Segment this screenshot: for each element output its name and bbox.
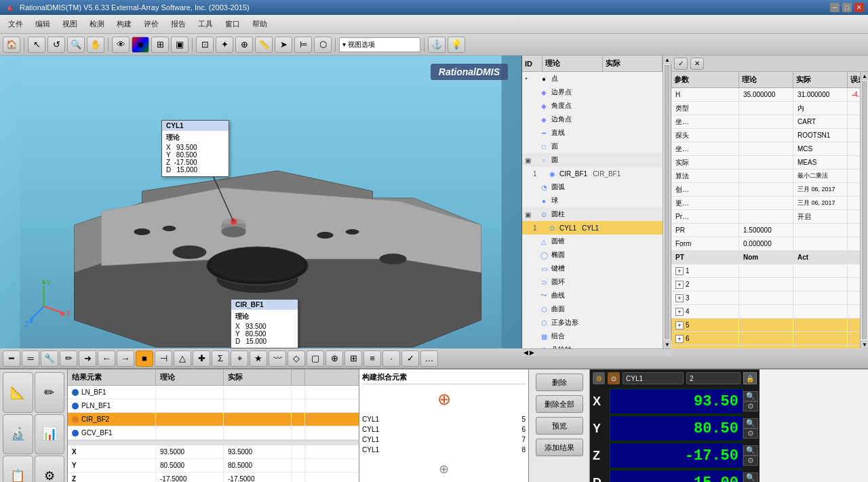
tree-item-cirbf1[interactable]: 1 ◉ CIR_BF1 CIR_BF1 — [522, 167, 663, 180]
tb2-pencil[interactable]: ✏ — [60, 350, 77, 367]
menu-inspect[interactable]: 检测 — [84, 18, 110, 31]
menu-edit[interactable]: 编辑 — [30, 18, 56, 31]
tb2-line[interactable]: ━ — [3, 350, 20, 367]
tb-feature[interactable]: ⬡ — [314, 37, 332, 53]
readout-dropdown[interactable]: CYL1 — [623, 372, 684, 384]
result-row-ln[interactable]: LN_BF1 — [68, 386, 359, 399]
tree-item-surface[interactable]: ⬡ 曲面 — [522, 302, 663, 316]
expand-4[interactable]: + — [675, 308, 684, 316]
tb2-arrow[interactable]: ➜ — [79, 350, 96, 367]
readout-y-down[interactable]: ⚙ — [743, 428, 758, 439]
tree-item-cone[interactable]: △ 圆锥 — [522, 235, 663, 248]
tb-zoom[interactable]: 🔍 — [67, 37, 85, 53]
readout-num[interactable]: 2 — [686, 372, 741, 384]
preview-button[interactable]: 预览 — [536, 417, 583, 435]
tb-scale[interactable]: ⊕ — [235, 37, 253, 53]
menu-help[interactable]: 帮助 — [247, 18, 273, 31]
viewport-3d[interactable]: Z X Y RationalDMIS CYL1 理论 X 93.500 Y 80… — [0, 56, 522, 348]
tb2-check[interactable]: ✓ — [401, 350, 419, 367]
tb2-grid2[interactable]: ⊞ — [344, 350, 362, 367]
expand-6[interactable]: + — [675, 335, 684, 343]
tb-select-all[interactable]: ⊡ — [196, 37, 214, 53]
tree-item-polygon[interactable]: ⬡ 正多边形 — [522, 316, 663, 329]
view-dropdown[interactable]: ▾ 视图选项 — [339, 37, 420, 52]
expand-3[interactable]: + — [675, 294, 684, 302]
readout-z-up[interactable]: 🔍 — [743, 445, 758, 456]
add-result-button[interactable]: 添加结果 — [536, 439, 583, 456]
tb2-equal[interactable]: ═ — [22, 350, 39, 367]
readout-x-down[interactable]: ⚙ — [743, 401, 758, 411]
readout-z-down[interactable]: ⚙ — [743, 456, 758, 466]
menu-construct[interactable]: 构建 — [111, 18, 137, 31]
tb-snap[interactable]: ⚓ — [428, 37, 446, 53]
tb2-bars[interactable]: ≡ — [363, 350, 381, 367]
tb2-wrench[interactable]: 🔧 — [41, 350, 58, 367]
icon-btn-6[interactable]: ⚙ — [35, 456, 65, 482]
tb2-wave[interactable]: 〰 — [269, 350, 286, 367]
props-scroll-down[interactable]: ▼ — [861, 340, 868, 348]
tree-item-circle-group[interactable]: ▣ ○ 圆 — [522, 153, 663, 167]
tree-item-slot[interactable]: ▭ 键槽 — [522, 262, 663, 275]
tb-light[interactable]: 💡 — [448, 37, 465, 53]
tb2-diamond[interactable]: ◇ — [288, 350, 305, 367]
icon-btn-1[interactable]: 📐 — [3, 372, 33, 413]
tree-item-sphere[interactable]: ● 球 — [522, 194, 663, 207]
tree-item-ellipse[interactable]: ◯ 椭圆 — [522, 248, 663, 262]
readout-y-up[interactable]: 🔍 — [743, 418, 758, 428]
menu-report[interactable]: 报告 — [165, 18, 191, 31]
tb-home[interactable]: 🏠 — [3, 37, 20, 53]
delete-all-button[interactable]: 删除全部 — [536, 395, 583, 413]
menu-window[interactable]: 窗口 — [220, 18, 245, 31]
tree-item-boundary[interactable]: ◆ 边界点 — [522, 85, 663, 99]
props-scrollbar[interactable]: ▲ ▼ — [860, 72, 868, 348]
tb-arrow[interactable]: ➤ — [275, 37, 292, 53]
maximize-button[interactable]: □ — [842, 3, 852, 12]
expand-7[interactable]: + — [675, 348, 684, 349]
tree-item-arc[interactable]: ◔ 圆弧 — [522, 180, 663, 194]
tree-scrollbar[interactable]: ▲ ▼ — [663, 56, 671, 348]
menu-tools[interactable]: 工具 — [193, 18, 218, 31]
tree-item-cyl1[interactable]: 1 ⊙ CYL1 CYL1 — [522, 221, 663, 235]
tb-eye[interactable]: 👁 — [112, 37, 130, 53]
nav-right[interactable]: ▶ — [530, 349, 534, 356]
tb2-measure2[interactable]: ⌖ — [231, 350, 248, 367]
result-row-pln[interactable]: PLN_BF1 — [68, 399, 359, 413]
tree-item-cyl-group[interactable]: ▣ ⊙ 圆柱 — [522, 207, 663, 221]
result-row-gcv[interactable]: GCV_BF1 — [68, 426, 359, 440]
tb2-dot[interactable]: · — [382, 350, 400, 367]
tree-item-curve[interactable]: 〜 曲线 — [522, 289, 663, 302]
minimize-button[interactable]: ─ — [830, 3, 840, 12]
props-scroll-thumb[interactable] — [862, 81, 867, 339]
tree-item-combo[interactable]: ▦ 组合 — [522, 329, 663, 343]
tb-pan[interactable]: ✋ — [87, 37, 104, 53]
tb-view[interactable]: ▣ — [171, 37, 189, 53]
icon-btn-3[interactable]: 🔬 — [3, 414, 33, 455]
tb2-rect[interactable]: ▢ — [307, 350, 324, 367]
menu-view[interactable]: 视图 — [57, 18, 83, 31]
tb2-bracket[interactable]: ⊣ — [155, 350, 172, 367]
tb2-left[interactable]: ← — [98, 350, 115, 367]
tb-cursor[interactable]: ↖ — [28, 37, 45, 53]
tb2-right[interactable]: → — [117, 350, 134, 367]
tb-rotate[interactable]: ↺ — [47, 37, 65, 53]
tb-color[interactable]: ■ — [132, 37, 149, 53]
expand-5[interactable]: + — [675, 321, 684, 329]
close-button[interactable]: ✕ — [854, 3, 864, 12]
expand-2[interactable]: + — [675, 281, 684, 289]
icon-btn-4[interactable]: 📊 — [35, 414, 65, 455]
props-scroll-up[interactable]: ▲ — [861, 72, 868, 80]
tb2-star[interactable]: ★ — [250, 350, 267, 367]
tb2-sum[interactable]: Σ — [212, 350, 229, 367]
tree-item-corner[interactable]: ◆ 边角点 — [522, 113, 663, 126]
icon-btn-5[interactable]: 📋 — [3, 456, 33, 482]
tb2-cross[interactable]: ⊕ — [326, 350, 343, 367]
readout-lock[interactable]: 🔒 — [743, 372, 757, 384]
titlebar-controls[interactable]: ─ □ ✕ — [830, 3, 864, 12]
menu-evaluate[interactable]: 评价 — [138, 18, 164, 31]
readout-x-up[interactable]: 🔍 — [743, 391, 758, 401]
tree-item-torus[interactable]: ⊃ 圆环 — [522, 275, 663, 289]
tb-move[interactable]: ✦ — [216, 37, 233, 53]
props-check[interactable]: ✓ — [674, 58, 688, 70]
tree-item-angle[interactable]: ◆ 角度点 — [522, 99, 663, 113]
tree-item-plane[interactable]: □ 面 — [522, 140, 663, 153]
